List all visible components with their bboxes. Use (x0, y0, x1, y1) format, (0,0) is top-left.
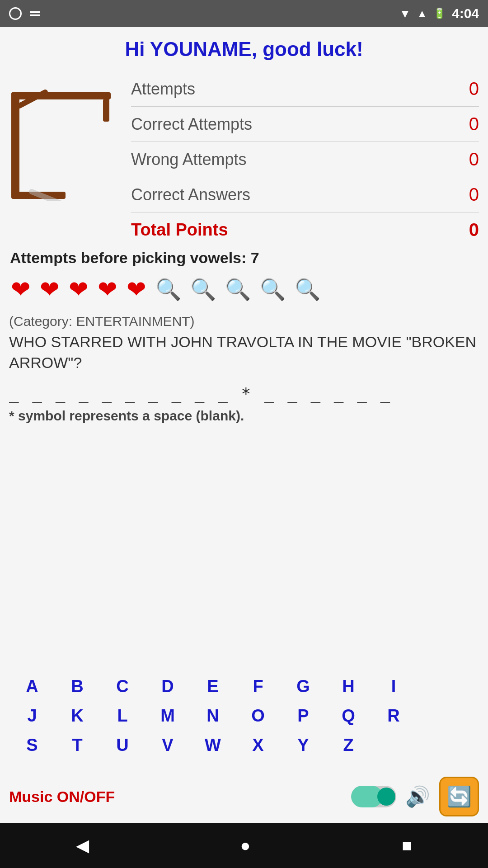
key-P[interactable]: P (283, 703, 324, 729)
magnifier-5: 🔍 (295, 277, 320, 302)
svg-rect-2 (11, 92, 111, 99)
key-F[interactable]: F (238, 673, 278, 700)
key-T[interactable]: T (57, 732, 98, 759)
attempts-vowels-info: Attempts before picking vowels: 7 (10, 249, 479, 267)
stat-row-correct-answers: Correct Answers 0 (131, 180, 479, 209)
sim-icon (29, 9, 42, 19)
answer-blanks: _ _ _ _ _ _ _ _ _ _ * _ _ _ _ _ _ (9, 384, 479, 403)
stats-table: Attempts 0 Correct Attempts 0 Wrong Atte… (127, 70, 479, 245)
reload-button[interactable]: 🔄 (439, 777, 479, 816)
total-points-value: 0 (456, 220, 479, 240)
top-section: Attempts 0 Correct Attempts 0 Wrong Atte… (9, 70, 479, 245)
bottom-bar: Music ON/OFF 🔊 🔄 (0, 770, 488, 823)
nav-back-button[interactable]: ◀ (62, 831, 103, 860)
heart-3: ❤ (69, 276, 89, 303)
music-label: Music ON/OFF (9, 788, 342, 806)
correct-answers-value: 0 (456, 184, 479, 205)
music-toggle[interactable] (351, 786, 396, 807)
key-J[interactable]: J (12, 703, 52, 729)
stat-row-attempts: Attempts 0 (131, 74, 479, 104)
toggle-thumb (377, 788, 395, 806)
nav-home-button[interactable]: ● (227, 831, 264, 860)
key-D[interactable]: D (147, 673, 188, 700)
speaker-icon[interactable]: 🔊 (405, 785, 430, 808)
heart-2: ❤ (40, 276, 60, 303)
key-O[interactable]: O (238, 703, 278, 729)
question-area: (Category: ENTERTAINMENT) WHO STARRED WI… (9, 314, 479, 442)
key-W[interactable]: W (192, 732, 233, 759)
reload-icon: 🔄 (447, 785, 472, 808)
lives-row: ❤ ❤ ❤ ❤ ❤ 🔍 🔍 🔍 🔍 🔍 (9, 276, 479, 303)
magnifier-1: 🔍 (155, 277, 181, 302)
greeting-text: Hi YOUNAME, good luck! (9, 38, 479, 61)
attempts-label: Attempts (131, 80, 195, 99)
key-Z[interactable]: Z (328, 732, 369, 759)
category-text: (Category: ENTERTAINMENT) (9, 314, 479, 329)
stat-row-wrong-attempts: Wrong Attempts 0 (131, 145, 479, 174)
hangman-svg (9, 70, 127, 201)
total-points-label: Total Points (131, 220, 228, 240)
key-I[interactable]: I (373, 673, 414, 700)
magnifier-3: 🔍 (225, 277, 251, 302)
heart-4: ❤ (98, 276, 117, 303)
hangman-image (9, 70, 127, 201)
key-L[interactable]: L (102, 703, 143, 729)
key-V[interactable]: V (147, 732, 188, 759)
heart-1: ❤ (11, 276, 31, 303)
correct-attempts-value: 0 (456, 114, 479, 134)
key-K[interactable]: K (57, 703, 98, 729)
stat-row-total-points: Total Points 0 (131, 215, 479, 245)
keyboard-row-1: A B C D E F G H I (9, 673, 479, 700)
status-bar-right: ▼ ▲ 🔋 4:04 (399, 6, 479, 21)
key-A[interactable]: A (12, 673, 52, 700)
key-S[interactable]: S (12, 732, 52, 759)
key-U[interactable]: U (102, 732, 143, 759)
signal-icon: ▲ (417, 8, 427, 19)
correct-attempts-label: Correct Attempts (131, 115, 252, 134)
clock: 4:04 (452, 6, 479, 21)
status-circle-icon (9, 7, 22, 20)
wrong-attempts-label: Wrong Attempts (131, 150, 246, 169)
toggle-track (351, 786, 396, 807)
question-text: WHO STARRED WITH JOHN TRAVOLTA IN THE MO… (9, 332, 479, 373)
status-bar: ▼ ▲ 🔋 4:04 (0, 0, 488, 27)
wifi-icon: ▼ (399, 7, 411, 21)
stat-row-correct-attempts: Correct Attempts 0 (131, 109, 479, 139)
key-N[interactable]: N (192, 703, 233, 729)
magnifier-4: 🔍 (260, 277, 286, 302)
status-bar-left (9, 7, 42, 20)
key-C[interactable]: C (102, 673, 143, 700)
magnifier-2: 🔍 (190, 277, 216, 302)
correct-answers-label: Correct Answers (131, 185, 250, 204)
attempts-value: 0 (456, 79, 479, 99)
keyboard: A B C D E F G H I J K L M N O P Q R S T … (9, 673, 479, 761)
heart-5: ❤ (127, 276, 146, 303)
svg-rect-3 (103, 99, 109, 122)
key-Y[interactable]: Y (283, 732, 324, 759)
wrong-attempts-value: 0 (456, 149, 479, 170)
key-H[interactable]: H (328, 673, 369, 700)
nav-recent-button[interactable]: ■ (389, 831, 426, 860)
key-E[interactable]: E (192, 673, 233, 700)
key-G[interactable]: G (283, 673, 324, 700)
key-B[interactable]: B (57, 673, 98, 700)
key-R[interactable]: R (373, 703, 414, 729)
keyboard-row-2: J K L M N O P Q R (9, 703, 479, 729)
keyboard-row-3: S T U V W X Y Z (9, 732, 479, 759)
battery-icon: 🔋 (433, 8, 446, 19)
space-note: * symbol represents a space (blank). (9, 408, 479, 424)
key-M[interactable]: M (147, 703, 188, 729)
main-content: Hi YOUNAME, good luck! (0, 27, 488, 770)
key-X[interactable]: X (238, 732, 278, 759)
key-Q[interactable]: Q (328, 703, 369, 729)
nav-bar: ◀ ● ■ (0, 823, 488, 868)
